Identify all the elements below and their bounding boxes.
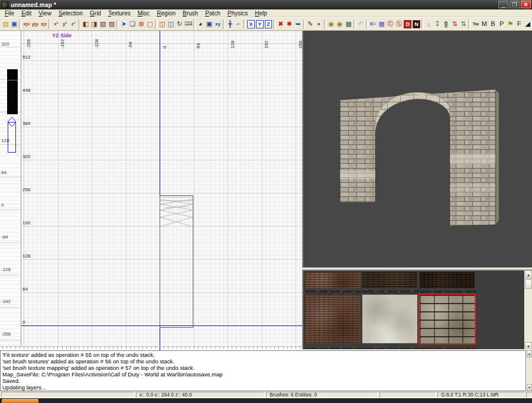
- texture-scroll-up-icon[interactable]: ▲: [525, 270, 532, 279]
- texture-tile[interactable]: [305, 272, 360, 288]
- save-map-icon[interactable]: ▣: [11, 20, 18, 28]
- region-set-icon[interactable]: ▢: [146, 20, 154, 28]
- select-inside-icon[interactable]: ▨: [108, 20, 116, 28]
- restore-button[interactable]: ❐: [510, 1, 520, 8]
- select-complete-tall-icon[interactable]: ◧: [82, 20, 89, 28]
- menu-brush[interactable]: Brush: [179, 10, 202, 17]
- menu-file[interactable]: File: [1, 10, 18, 17]
- filter-mode-icon[interactable]: F: [515, 20, 523, 28]
- grid-2d-view[interactable]: YZ Side -256-192-128-6406412819225651244…: [21, 31, 302, 346]
- menu-grid[interactable]: Grid: [86, 10, 105, 17]
- texture-view-icon[interactable]: ▣: [205, 20, 213, 28]
- menu-region[interactable]: Region: [153, 10, 179, 17]
- camera-3d-view[interactable]: [302, 31, 532, 267]
- xy-view-toggle-icon[interactable]: xy: [214, 20, 222, 28]
- swap-up-down-green-icon[interactable]: ⇅: [460, 20, 468, 28]
- swap-up-down-red-icon[interactable]: ⇅: [451, 20, 459, 28]
- taskbar-sliver: [0, 398, 532, 403]
- rotate-x-icon[interactable]: x²: [52, 20, 60, 28]
- csg-merge-icon[interactable]: ➤: [120, 20, 128, 28]
- taskbar-start-button[interactable]: [2, 399, 38, 403]
- menu-view[interactable]: View: [35, 10, 55, 17]
- brush-mode-icon[interactable]: B: [489, 20, 497, 28]
- rotate-y-icon[interactable]: y²: [61, 20, 69, 28]
- menu-misc[interactable]: Misc: [134, 10, 154, 17]
- menu-help[interactable]: Help: [251, 10, 271, 17]
- rotate-selection-icon[interactable]: ➥: [294, 20, 302, 28]
- minimize-button[interactable]: _: [498, 1, 508, 8]
- drag-edges-icon[interactable]: ⌐: [235, 20, 243, 28]
- cycle-layer-icon[interactable]: CYCLE LAYER: [184, 20, 192, 28]
- terrain-wrap-icon[interactable]: Tw: [472, 20, 479, 28]
- z-axis-view[interactable]: 320128640-64-128-192-256: [0, 31, 21, 346]
- toggle-detail-icon[interactable]: D: [404, 20, 411, 28]
- wedge-tool-icon[interactable]: ◢: [524, 20, 532, 28]
- autosave-clock-icon[interactable]: ◕: [197, 20, 205, 28]
- drop-to-floor-icon[interactable]: ↧: [434, 20, 442, 28]
- flip-y-icon[interactable]: y|y: [31, 20, 39, 28]
- clone-brush-icon[interactable]: ❏: [129, 20, 137, 28]
- texture-scroll-thumb[interactable]: [525, 279, 532, 289]
- patch-mode-icon[interactable]: P: [498, 20, 505, 28]
- texture-browser[interactable]: ▲ ▼ berlin_wall_brick_plain_wetberlin_wa…: [302, 269, 532, 349]
- menu-textures[interactable]: Textures: [105, 10, 134, 17]
- draw-line-icon[interactable]: ✎: [306, 20, 314, 28]
- hide-x-icon[interactable]: ◫: [158, 20, 166, 28]
- texture-tile[interactable]: [420, 272, 475, 288]
- entity-list-icon[interactable]: E≡: [369, 20, 377, 28]
- toggle-clip-icon[interactable]: Ⓒ: [387, 20, 394, 28]
- texture-scroll-down-icon[interactable]: ▼: [525, 342, 532, 349]
- undo-disabled-icon[interactable]: ↶: [357, 20, 365, 28]
- zero-coords-icon[interactable]: 0: [442, 20, 450, 28]
- toolbar-separator: [324, 20, 326, 29]
- menu-edit[interactable]: Edit: [18, 10, 35, 17]
- menu-patch[interactable]: Patch: [202, 10, 224, 17]
- stamp-tool-icon[interactable]: ⚑: [507, 20, 514, 28]
- console-scroll-up-icon[interactable]: ▲: [527, 350, 532, 357]
- make-hollow-icon[interactable]: ⊞: [138, 20, 145, 28]
- show-hidden-icon[interactable]: ✱: [286, 20, 293, 28]
- flip-x-icon[interactable]: x|x: [22, 20, 30, 28]
- toggle-sky-icon[interactable]: Ⓢ: [395, 20, 403, 28]
- free-rotation-icon[interactable]: ╋: [226, 20, 234, 28]
- radiant-map-editor-window: unnamed.map * _ ❐ ✕ FileEditViewSelectio…: [0, 0, 532, 403]
- texture-tile[interactable]: [362, 272, 417, 288]
- open-map-icon[interactable]: ▨: [2, 20, 9, 28]
- hide-y-icon[interactable]: ◫: [167, 20, 175, 28]
- lock-x-axis-icon[interactable]: X: [247, 20, 255, 28]
- hide-selected-icon[interactable]: ✖: [277, 20, 284, 28]
- z-view-selected-brush[interactable]: [8, 122, 16, 153]
- texture-lock-icon[interactable]: ◉: [327, 20, 335, 28]
- texture-tile-selected[interactable]: [420, 295, 475, 343]
- console-scrollbar[interactable]: ▲ ▼: [526, 350, 532, 391]
- close-button[interactable]: ✕: [521, 1, 531, 8]
- texture-tile[interactable]: [362, 295, 417, 343]
- console-line: 'set brush texture mapping' added as ope…: [2, 365, 524, 371]
- texture-window-toggle-icon[interactable]: ▩: [345, 20, 352, 28]
- menu-selection[interactable]: Selection: [55, 10, 86, 17]
- lock-y-axis-icon[interactable]: Y: [256, 20, 264, 28]
- title-bar[interactable]: unnamed.map * _ ❐ ✕: [0, 0, 532, 9]
- model-mode-icon[interactable]: M: [481, 20, 488, 28]
- menu-physics[interactable]: Physics: [224, 10, 251, 17]
- app-icon: [2, 2, 8, 8]
- status-brush-entity-count: Brushes: 6 Entities: 0: [266, 392, 378, 398]
- selected-brush-outline[interactable]: [160, 195, 193, 328]
- rotate-z-icon[interactable]: z²: [70, 20, 77, 28]
- texture-scrollbar[interactable]: ▲ ▼: [524, 270, 532, 349]
- cycle-view-icon[interactable]: ↻: [176, 20, 183, 28]
- select-touching-icon[interactable]: ◨: [90, 20, 98, 28]
- grid-top-ruler-label: 0: [162, 46, 167, 49]
- drop-selection-icon[interactable]: ↓: [425, 20, 433, 28]
- console-scroll-down-icon[interactable]: ▼: [527, 384, 532, 391]
- toggle-nodraw-icon[interactable]: N: [413, 20, 420, 28]
- layers-grid-icon[interactable]: ▦: [378, 20, 385, 28]
- select-partial-tall-icon[interactable]: ▧: [99, 20, 107, 28]
- texture-lock-vertical-icon[interactable]: ◉: [336, 20, 344, 28]
- console-log[interactable]: 'Fit texture' added as operation # 55 on…: [0, 350, 526, 391]
- toolbar-separator: [79, 20, 81, 29]
- lock-z-axis-icon[interactable]: Z: [265, 20, 273, 28]
- entity-point-icon[interactable]: ●: [315, 20, 323, 28]
- texture-tile[interactable]: [305, 295, 360, 343]
- flip-z-icon[interactable]: z|z: [40, 20, 48, 28]
